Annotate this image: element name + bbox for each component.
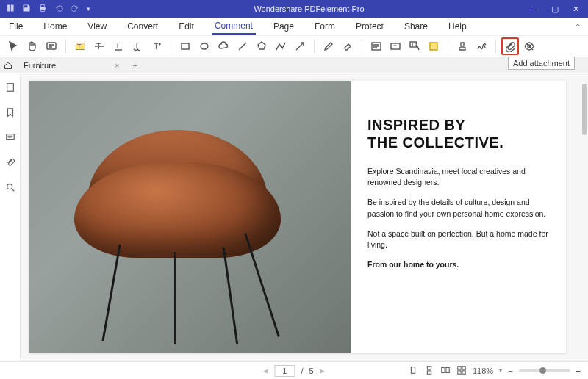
menu-comment[interactable]: Comment: [212, 18, 256, 35]
status-bar: ◀ 1 / 5 ▶ 118% ▾ − +: [0, 361, 588, 379]
zoom-value[interactable]: 118%: [473, 367, 493, 375]
zoom-slider[interactable]: [519, 369, 570, 372]
signature-tool-icon[interactable]: [473, 37, 490, 55]
menu-page[interactable]: Page: [270, 19, 297, 34]
continuous-view-icon[interactable]: [424, 365, 434, 377]
strikethrough-tool-icon[interactable]: T: [90, 37, 108, 55]
svg-text:T: T: [77, 43, 82, 50]
cloud-tool-icon[interactable]: [215, 37, 232, 55]
search-panel-icon[interactable]: [5, 182, 15, 195]
select-tool-icon[interactable]: [4, 37, 22, 55]
svg-rect-2: [24, 5, 28, 7]
chair-illustration: [222, 247, 238, 344]
tab-label: Furniture: [24, 61, 56, 70]
two-page-continuous-view-icon[interactable]: [456, 365, 467, 377]
single-page-view-icon[interactable]: [408, 365, 418, 377]
save-icon[interactable]: [22, 4, 31, 14]
two-page-view-icon[interactable]: [440, 365, 451, 377]
collapse-ribbon-icon[interactable]: ⌃: [575, 23, 581, 31]
prev-page-button[interactable]: ◀: [263, 367, 268, 375]
text-box-tool-icon[interactable]: T: [387, 37, 404, 55]
close-window-button[interactable]: ✕: [570, 4, 581, 14]
tab-close-button[interactable]: ×: [115, 61, 119, 70]
svg-rect-28: [442, 367, 445, 372]
home-tab-icon[interactable]: [0, 61, 16, 70]
page-total: 5: [309, 367, 313, 375]
pencil-tool-icon[interactable]: [320, 37, 337, 55]
stamp-tool-icon[interactable]: [453, 37, 471, 55]
svg-rect-30: [458, 366, 461, 369]
highlight-tool-icon[interactable]: T: [71, 37, 89, 55]
caret-tool-icon[interactable]: T: [148, 37, 165, 55]
arrow-tool-icon[interactable]: [291, 37, 309, 55]
hand-tool-icon[interactable]: [24, 37, 41, 55]
redo-icon[interactable]: [71, 4, 79, 14]
bookmarks-panel-icon[interactable]: [5, 107, 15, 120]
area-highlight-tool-icon[interactable]: [425, 37, 442, 55]
workspace: INSPIRED BY THE COLLECTIVE. Explore Scan…: [0, 73, 588, 361]
menu-protect[interactable]: Protect: [353, 19, 387, 34]
svg-rect-22: [7, 84, 13, 92]
menu-help[interactable]: Help: [445, 19, 470, 34]
page-headline: INSPIRED BY THE COLLECTIVE.: [368, 116, 553, 151]
svg-rect-27: [427, 370, 431, 373]
svg-rect-13: [182, 43, 189, 49]
comments-panel-icon[interactable]: [5, 132, 15, 145]
thumbnails-panel-icon[interactable]: [5, 82, 15, 95]
oval-tool-icon[interactable]: [196, 37, 213, 55]
zoom-in-button[interactable]: +: [576, 367, 581, 375]
menu-convert[interactable]: Convert: [124, 19, 161, 34]
svg-rect-29: [446, 367, 449, 372]
menu-share[interactable]: Share: [401, 19, 431, 34]
svg-text:T: T: [154, 42, 159, 51]
qat-dropdown-icon[interactable]: ▾: [87, 5, 90, 12]
rectangle-tool-icon[interactable]: [176, 37, 194, 55]
page-paragraph: Be inspired by the details of culture, d…: [368, 197, 553, 219]
chair-illustration: [101, 245, 121, 342]
page-separator: /: [301, 367, 303, 375]
add-attachment-tool-icon[interactable]: [501, 37, 519, 55]
polygon-tool-icon[interactable]: [253, 37, 270, 55]
note-tool-icon[interactable]: [43, 37, 60, 55]
underline-tool-icon[interactable]: T: [110, 37, 127, 55]
next-page-button[interactable]: ▶: [320, 367, 325, 375]
attachments-panel-icon[interactable]: [5, 157, 15, 170]
callout-tool-icon[interactable]: T≡: [406, 37, 423, 55]
minimize-button[interactable]: —: [529, 4, 539, 14]
menu-file[interactable]: File: [6, 19, 26, 34]
undo-icon[interactable]: [54, 4, 63, 14]
squiggly-tool-icon[interactable]: T: [129, 37, 146, 55]
svg-rect-1: [11, 5, 14, 12]
svg-rect-23: [6, 134, 14, 140]
vertical-scrollbar[interactable]: [582, 84, 587, 135]
hide-annotations-tool-icon[interactable]: [520, 37, 538, 55]
page-paragraph: Explore Scandinavia, meet local creative…: [368, 166, 553, 188]
document-tab[interactable]: Furniture ×: [16, 61, 126, 70]
text-comment-tool-icon[interactable]: [368, 37, 385, 55]
menu-home[interactable]: Home: [40, 19, 70, 34]
pdf-page: INSPIRED BY THE COLLECTIVE. Explore Scan…: [29, 81, 566, 353]
svg-rect-6: [47, 43, 56, 49]
menu-view[interactable]: View: [85, 19, 110, 34]
app-logo-icon: [6, 4, 15, 14]
print-icon[interactable]: [38, 4, 47, 14]
menu-edit[interactable]: Edit: [176, 19, 197, 34]
page-number-input[interactable]: 1: [274, 365, 295, 377]
new-tab-button[interactable]: +: [126, 61, 143, 70]
zoom-out-button[interactable]: −: [508, 367, 512, 375]
svg-rect-0: [7, 5, 10, 12]
attachment-tooltip: Add attachment: [508, 57, 575, 70]
page-image-area: [29, 81, 351, 353]
maximize-button[interactable]: ▢: [550, 4, 560, 14]
svg-point-14: [201, 43, 208, 49]
eraser-tool-icon[interactable]: [339, 37, 356, 55]
document-viewport[interactable]: INSPIRED BY THE COLLECTIVE. Explore Scan…: [21, 73, 588, 361]
line-tool-icon[interactable]: [234, 37, 251, 55]
document-tab-bar: Furniture × +: [0, 57, 588, 73]
svg-rect-26: [427, 366, 431, 369]
menu-form[interactable]: Form: [312, 19, 338, 34]
svg-point-24: [7, 184, 12, 190]
connected-lines-tool-icon[interactable]: [272, 37, 290, 55]
menu-bar: File Home View Convert Edit Comment Page…: [0, 18, 588, 35]
title-bar: ▾ Wondershare PDFelement Pro — ▢ ✕: [0, 0, 588, 18]
